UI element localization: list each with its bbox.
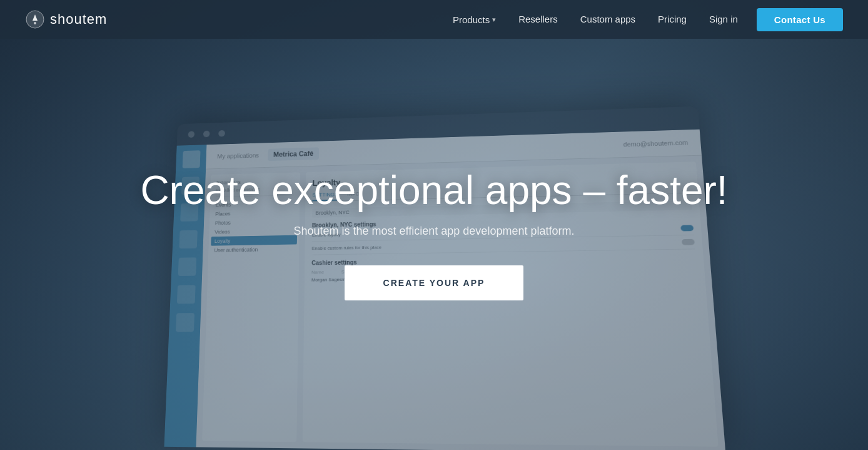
nav-item-products[interactable]: Products [453,14,496,25]
navbar: shoutem Products Resellers Custom apps P… [0,0,868,39]
hero-subtitle: Shoutem is the most efficient app develo… [294,225,575,238]
contact-us-button[interactable]: Contact Us [757,8,843,31]
products-link[interactable]: Products [453,14,496,25]
nav-item-signin[interactable]: Sign in [709,14,738,25]
signin-link[interactable]: Sign in [709,14,738,24]
hero-section: Create exceptional apps – faster! Shoute… [0,0,868,450]
nav-item-resellers[interactable]: Resellers [518,14,558,25]
svg-point-1 [34,22,36,24]
resellers-link[interactable]: Resellers [518,14,558,24]
custom-apps-link[interactable]: Custom apps [580,14,635,24]
create-your-app-button[interactable]: CREATE YOUR APP [345,265,524,300]
logo-text: shoutem [50,11,107,28]
nav-item-custom-apps[interactable]: Custom apps [580,14,635,25]
logo-icon [25,9,45,29]
pricing-link[interactable]: Pricing [658,14,687,24]
nav-links: Products Resellers Custom apps Pricing S… [453,14,738,25]
logo[interactable]: shoutem [25,9,107,29]
hero-title: Create exceptional apps – faster! [140,168,727,212]
nav-item-pricing[interactable]: Pricing [658,14,687,25]
